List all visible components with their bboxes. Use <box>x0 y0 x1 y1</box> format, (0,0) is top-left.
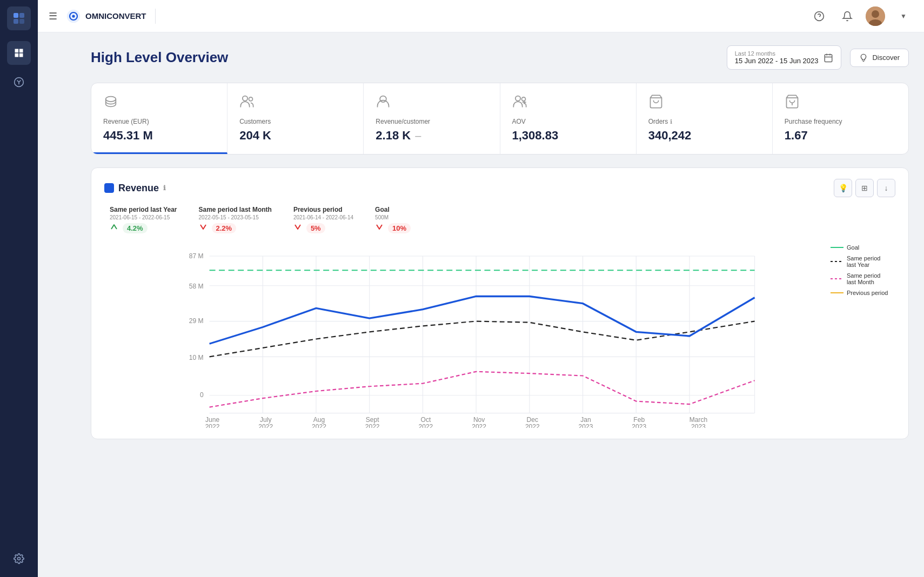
metric-label-wrap-revenue: Revenue (EUR) <box>103 118 215 125</box>
svg-text:Aug: Aug <box>313 416 325 424</box>
chart-title-text: Revenue <box>118 183 159 194</box>
svg-point-18 <box>106 97 116 102</box>
sidebar-logo <box>7 6 31 30</box>
menu-icon[interactable]: ☰ <box>49 10 57 22</box>
metric-card-revenue[interactable]: Revenue (EUR) 445.31 M <box>91 83 227 154</box>
comparison-item-3: Goal 500M 10% <box>375 206 411 233</box>
svg-text:Jan: Jan <box>580 416 591 424</box>
calendar-icon <box>823 53 833 63</box>
metric-value-orders: 340,242 <box>648 129 692 143</box>
comparison-label-2: Previous period <box>293 206 353 213</box>
legend-line-1 <box>831 261 843 262</box>
metric-value-revenue_customer: 2.18 K <box>376 129 411 143</box>
metric-label-wrap-revenue_customer: Revenue/customer <box>376 118 487 125</box>
comparison-date-3: 500M <box>375 214 411 220</box>
metric-card-revenue_customer[interactable]: Revenue/customer 2.18 K– <box>364 83 500 154</box>
metric-value-wrap-customers: 204 K <box>239 129 351 143</box>
svg-rect-2 <box>14 19 18 24</box>
svg-text:Dec: Dec <box>527 416 538 424</box>
svg-text:87 M: 87 M <box>189 252 204 260</box>
download-action-btn[interactable]: ↓ <box>877 179 895 197</box>
metric-card-purchase_freq[interactable]: Purchase frequency 1.67 <box>773 83 908 154</box>
metric-value-wrap-revenue_customer: 2.18 K– <box>376 129 487 143</box>
comparison-value-0: 4.2% <box>123 223 148 233</box>
grid-action-btn[interactable]: ⊞ <box>855 179 874 197</box>
metric-label-purchase_freq: Purchase frequency <box>785 118 842 125</box>
svg-text:2022: 2022 <box>525 423 540 428</box>
svg-point-8 <box>72 15 75 17</box>
metric-label-revenue: Revenue (EUR) <box>103 118 149 125</box>
svg-point-19 <box>243 96 247 101</box>
comparison-arrow-1 <box>199 223 207 233</box>
date-range-label: Last 12 months <box>735 50 819 57</box>
sidebar-item-settings[interactable] <box>7 547 31 571</box>
comparison-date-0: 2021-06-15 - 2022-06-15 <box>110 214 177 220</box>
svg-text:2022: 2022 <box>472 423 486 428</box>
metric-icon-orders <box>648 94 760 112</box>
metric-label-wrap-aov: AOV <box>512 118 624 125</box>
comparison-date-2: 2021-06-14 - 2022-06-14 <box>293 214 353 220</box>
metric-label-wrap-customers: Customers <box>239 118 351 125</box>
svg-text:March: March <box>689 416 707 424</box>
legend-label-1: Same period last Year <box>847 255 890 268</box>
metric-card-aov[interactable]: AOV 1,308.83 <box>500 83 637 154</box>
help-icon[interactable] <box>809 6 829 26</box>
legend-label-0: Goal <box>847 244 859 251</box>
svg-text:2022: 2022 <box>418 423 433 428</box>
comparison-item-0: Same period last Year 2021-06-15 - 2022-… <box>110 206 177 233</box>
header-row: High Level Overview Last 12 months 15 Ju… <box>91 45 909 70</box>
svg-point-12 <box>872 10 879 18</box>
comparison-badge-row-1: 2.2% <box>199 223 272 233</box>
lightbulb-icon <box>859 53 868 62</box>
date-range-button[interactable]: Last 12 months 15 Jun 2022 - 15 Jun 2023 <box>727 45 842 70</box>
metric-value-customers: 204 K <box>239 129 271 143</box>
comparison-label-1: Same period last Month <box>199 206 272 213</box>
svg-rect-1 <box>19 13 24 18</box>
metric-icon-purchase_freq <box>785 94 896 112</box>
svg-text:Sept: Sept <box>366 416 379 424</box>
svg-text:2022: 2022 <box>312 423 326 428</box>
svg-text:0: 0 <box>200 391 204 399</box>
topnav: ☰ OMNICONVERT ▼ <box>38 0 924 32</box>
date-range-content: Last 12 months 15 Jun 2022 - 15 Jun 2023 <box>735 50 819 65</box>
comparison-arrow-3 <box>375 223 384 233</box>
chevron-down-icon[interactable]: ▼ <box>894 6 913 26</box>
legend-item-2: Same period last Month <box>831 272 890 285</box>
avatar[interactable] <box>866 6 885 26</box>
app-name: OMNICONVERT <box>85 11 146 21</box>
main-content: High Level Overview Last 12 months 15 Ju… <box>76 32 924 577</box>
chart-legend: GoalSame period last YearSame period las… <box>831 244 890 296</box>
comparison-label-3: Goal <box>375 206 411 213</box>
app-logo: OMNICONVERT <box>66 9 156 24</box>
discover-label: Discover <box>872 53 900 62</box>
chart-header: Revenue ℹ 💡 ⊞ ↓ <box>104 179 895 197</box>
legend-item-0: Goal <box>831 244 890 251</box>
discover-button[interactable]: Discover <box>850 49 909 67</box>
metric-card-customers[interactable]: Customers 204 K <box>227 83 364 154</box>
notifications-icon[interactable] <box>838 6 857 26</box>
sidebar-item-analytics[interactable] <box>7 70 31 94</box>
svg-point-20 <box>249 97 253 101</box>
comparison-badge-row-3: 10% <box>375 223 411 233</box>
comparison-label-0: Same period last Year <box>110 206 177 213</box>
svg-rect-14 <box>825 55 833 62</box>
metric-label-customers: Customers <box>239 118 271 125</box>
metric-value-wrap-revenue: 445.31 M <box>103 129 215 143</box>
lightbulb-action-btn[interactable]: 💡 <box>834 179 852 197</box>
svg-point-22 <box>515 96 520 101</box>
metric-label-revenue_customer: Revenue/customer <box>376 118 430 125</box>
comparison-item-1: Same period last Month 2022-05-15 - 2023… <box>199 206 272 233</box>
svg-text:2022: 2022 <box>258 423 273 428</box>
svg-point-23 <box>521 97 525 101</box>
metric-card-orders[interactable]: Ordersℹ 340,242 <box>637 83 773 154</box>
svg-text:2022: 2022 <box>365 423 380 428</box>
sidebar-item-dashboard[interactable] <box>7 41 31 65</box>
metric-value-revenue: 445.31 M <box>103 129 153 143</box>
svg-text:Feb: Feb <box>633 416 645 424</box>
revenue-chart: 87 M 58 M 29 M 10 M 0 June 2022 July <box>104 244 895 428</box>
comparison-badge-row-2: 5% <box>293 223 353 233</box>
comparison-arrow-0 <box>110 223 118 233</box>
legend-line-0 <box>831 247 843 248</box>
metric-icon-customers <box>239 94 351 112</box>
metric-label-wrap-purchase_freq: Purchase frequency <box>785 118 896 125</box>
